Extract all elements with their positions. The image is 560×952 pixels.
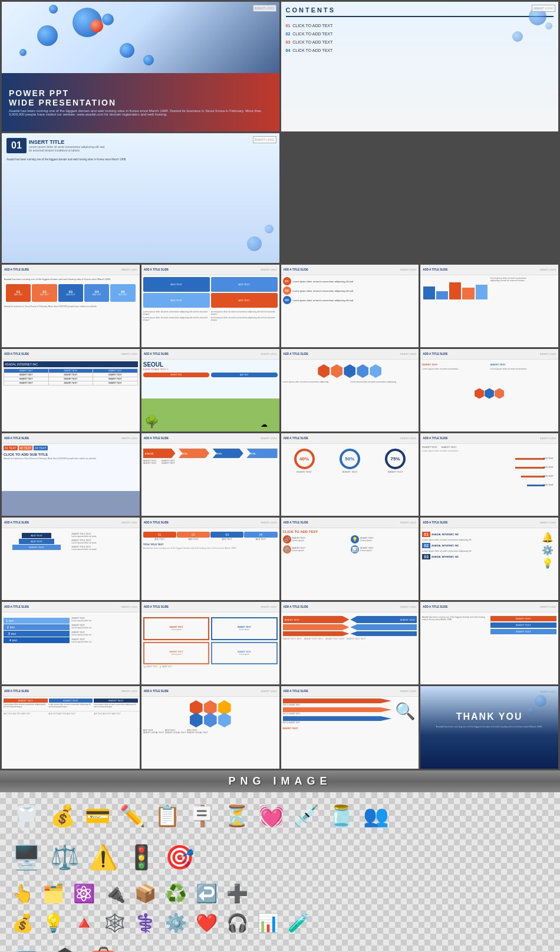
s8-logo: INSERT LOGO bbox=[540, 353, 556, 355]
step-05: 05 ADD TEXT bbox=[110, 284, 135, 302]
s13-l1: INSERT TITLE TEXTLorem ipsum dolor sit a… bbox=[71, 533, 137, 538]
s3-text1: Lorem ipsum dolor sit amet consectetur a… bbox=[293, 280, 354, 283]
fork-icon: 🔌 bbox=[104, 883, 126, 904]
tooth-icon: 🦷 bbox=[12, 804, 41, 832]
slide-pyramid[interactable]: ADD A TITLE SLIDE INSERT LOGO ADD TEXT A… bbox=[2, 518, 140, 600]
s22-h5 bbox=[204, 713, 217, 727]
s16-logo: INSERT LOGO bbox=[540, 521, 556, 524]
s20-box2: INSERT TEXT bbox=[490, 622, 556, 628]
slide-steps3d[interactable]: ADD A TITLE SLIDE INSERT LOGO 1text 2tex… bbox=[2, 602, 140, 684]
pyr-top: ADD TEXT bbox=[22, 533, 51, 538]
slide-thankyou[interactable]: INSERT LOGO THANK YOU Asadal has been ru… bbox=[420, 686, 558, 769]
arrow3: ASADAL bbox=[210, 449, 243, 458]
arrow1: ASADAL bbox=[143, 449, 176, 458]
s17-body: 1text 2text 3text 4text INSERT TEXTLorem… bbox=[2, 612, 140, 645]
s14-num2: 02 bbox=[177, 532, 210, 538]
slides-row-5: ADD A TITLE SLIDE INSERT LOGO 1text 2tex… bbox=[0, 602, 560, 684]
s14-title: ADD A TITLE SLIDE bbox=[144, 521, 169, 524]
table-row-1: INSERT TEXT INSERT TEXT INSERT TEXT bbox=[4, 373, 138, 377]
slide-process[interactable]: ADD A TITLE SLIDE INSERT LOGO 01 ADD TEX… bbox=[141, 518, 279, 600]
s21-footer: ADD TEXT ADD TEXT ADD TEXT ADD TEXT ADD … bbox=[2, 711, 140, 716]
scales-icon: ⚖️ bbox=[50, 844, 80, 871]
num2: 02 bbox=[283, 286, 291, 295]
s23-title: ADD A TITLE SLIDE bbox=[284, 690, 308, 693]
network2-icon: 🕸️ bbox=[104, 913, 126, 933]
slide-arrows[interactable]: ADD A TITLE SLIDE INSERT LOGO ASADAL ASA… bbox=[141, 433, 279, 516]
slide-hex-numbered[interactable]: ADD A TITLE SLIDE INSERT LOGO INSERT TEX… bbox=[420, 349, 558, 431]
dollar-icon: 💰 bbox=[50, 804, 76, 828]
png-jar: 🫙 bbox=[328, 804, 354, 828]
hero3-title: INSERT TITLE bbox=[29, 139, 104, 145]
slide-hexagons[interactable]: ADD A TITLE SLIDE INSERT LOGO Lorem ipsu… bbox=[281, 349, 419, 431]
branch3 bbox=[521, 476, 545, 477]
s12-title: ADD A TITLE SLIDE bbox=[423, 437, 447, 440]
s18-icons: 🔍 INSERT TEXT 💡 PAINT TEXT bbox=[143, 666, 278, 668]
s6-tree: 🌳 bbox=[144, 414, 159, 429]
s3-title: ADD A TITLE SLIDE bbox=[284, 268, 308, 271]
img-block-1: ADD TEXT bbox=[143, 277, 210, 292]
slide-numbered[interactable]: ADD A TITLE SLIDE INSERT LOGO 01 Lorem i… bbox=[281, 265, 419, 347]
pct-label-3: INSERT TEXT bbox=[385, 470, 406, 473]
slide-labeled[interactable]: ADD A TITLE SLIDE INSERT LOGO INSERT TEX… bbox=[420, 433, 558, 516]
slide-company[interactable]: ADD A TITLE SLIDE INSERT LOGO 01 ASADAL … bbox=[420, 518, 558, 600]
slide-textcols[interactable]: ADD A TITLE SLIDE INSERT LOGO INSERT TEX… bbox=[2, 686, 140, 769]
hero-slide-1[interactable]: INSERT LOGO POWER PPT WIDE PRESENTATION … bbox=[2, 2, 279, 131]
s11-pct2: 50% INSERT TEXT bbox=[340, 449, 360, 473]
s13-logo: INSERT LOGO bbox=[121, 521, 137, 524]
s21-col1: INSERT TEXT Lorem ipsum dolor sit amet c… bbox=[4, 699, 48, 708]
hero-slide-3[interactable]: 01 INSERT TITLE Lorem ipsum dolor sit am… bbox=[2, 133, 279, 263]
s6-header: ADD A TITLE SLIDE INSERT LOGO bbox=[141, 349, 279, 360]
s8-text1: Lorem ipsum dolor sit amet consectetur bbox=[422, 368, 488, 370]
hero-slide-2[interactable]: CONTENTS 01 CLICK TO ADD TEXT 02 CLICK T… bbox=[281, 2, 559, 131]
hourglass-icon: ⏳ bbox=[224, 804, 250, 828]
slide-steps[interactable]: ADD A TITLE SLIDE INSERT LOGO Asadal has… bbox=[2, 265, 140, 347]
s8-label1: INSERT TEXT bbox=[422, 363, 488, 366]
slide-tablegrid[interactable]: ADD A TITLE SLIDE INSERT LOGO ASADAL INT… bbox=[2, 349, 140, 431]
s23-arrow1 bbox=[283, 699, 392, 703]
pencil-icon: ✏️ bbox=[120, 804, 146, 828]
s16-n3: 03 bbox=[422, 554, 430, 559]
slide-compare[interactable]: ADD A TITLE SLIDE INSERT LOGO INSERT TEX… bbox=[281, 602, 419, 684]
bar2 bbox=[436, 291, 448, 299]
slide-hexhub[interactable]: ADD A TITLE SLIDE INSERT LOGO bbox=[141, 686, 279, 769]
slide-seoul[interactable]: ADD A TITLE SLIDE INSERT LOGO SEOUL CLIC… bbox=[141, 349, 279, 431]
slide-org[interactable]: ADD A TITLE SLIDE INSERT LOGO Asadal has… bbox=[420, 602, 558, 684]
s14-label: TITLE TITLE TEXT bbox=[143, 543, 278, 546]
s16-d2: Lorem ipsum dolor sit amet consectetur a… bbox=[422, 550, 537, 552]
s19-row2 bbox=[283, 624, 417, 630]
branch4 bbox=[527, 485, 545, 486]
s12-header: ADD A TITLE SLIDE INSERT LOGO bbox=[420, 433, 558, 444]
s9-header: ADD A TITLE SLIDE INSERT LOGO bbox=[2, 433, 140, 444]
s9-num2: 02 TEXT bbox=[19, 446, 33, 450]
s23-t3: TEXT3 INSERT TEXT bbox=[283, 722, 392, 724]
slide-icongrid2[interactable]: ADD A TITLE SLIDE INSERT LOGO CLICK TO A… bbox=[281, 518, 419, 600]
s11-logo: INSERT LOGO bbox=[400, 437, 416, 440]
s14-step4: 04 ADD TEXT bbox=[244, 532, 277, 541]
slides-row-2: ADD A TITLE SLIDE INSERT LOGO ASADAL INT… bbox=[0, 349, 560, 431]
hero2-logo: INSERT LOGO bbox=[532, 5, 555, 12]
slide-images[interactable]: ADD A TITLE SLIDE INSERT LOGO ADD TEXT A… bbox=[141, 265, 279, 347]
left-arrow1: INSERT TEXT bbox=[283, 616, 350, 623]
s9-logo: INSERT LOGO bbox=[121, 437, 137, 440]
slide-city[interactable]: ADD A TITLE SLIDE INSERT LOGO 01 TEXT 02… bbox=[2, 433, 140, 516]
s19-row3 bbox=[283, 631, 417, 636]
hero3-title-area: INSERT TITLE Lorem ipsum dolor sit amet … bbox=[29, 139, 104, 152]
s15-item4: 📊 INSERT TEXTLorem ipsum bbox=[351, 545, 417, 554]
undo-icon: ↩️ bbox=[196, 883, 218, 904]
bar5 bbox=[476, 285, 487, 299]
slide-percentages[interactable]: ADD A TITLE SLIDE INSERT LOGO 40% INSERT… bbox=[281, 433, 419, 516]
traffic-icon: 🚦 bbox=[127, 844, 156, 871]
num3: 03 bbox=[283, 296, 291, 304]
s21-logo: INSERT LOGO bbox=[121, 690, 137, 693]
slide-search[interactable]: ADD A TITLE SLIDE INSERT LOGO TEXT1 INSE… bbox=[281, 686, 419, 769]
slide-barchart[interactable]: ADD A TITLE SLIDE INSERT LOGO Lorem ipsu… bbox=[420, 265, 558, 347]
heartrate-icon: 💓 bbox=[259, 804, 285, 828]
s11-body: 40% INSERT TEXT 50% INSERT TEXT 75% INSE… bbox=[281, 447, 419, 475]
contents-header: CONTENTS bbox=[286, 6, 554, 17]
step-04: 04 ADD TEXT bbox=[84, 284, 109, 302]
ty-bubble1 bbox=[535, 695, 546, 707]
slide-matrix[interactable]: ADD A TITLE SLIDE INSERT LOGO INSERT TEX… bbox=[141, 602, 279, 684]
s20-box3: INSERT TEXT bbox=[490, 629, 556, 634]
png-row5: 💻 🎓 🧰 🚗 bbox=[12, 945, 548, 952]
server-icon: 🖥️ bbox=[12, 844, 41, 871]
